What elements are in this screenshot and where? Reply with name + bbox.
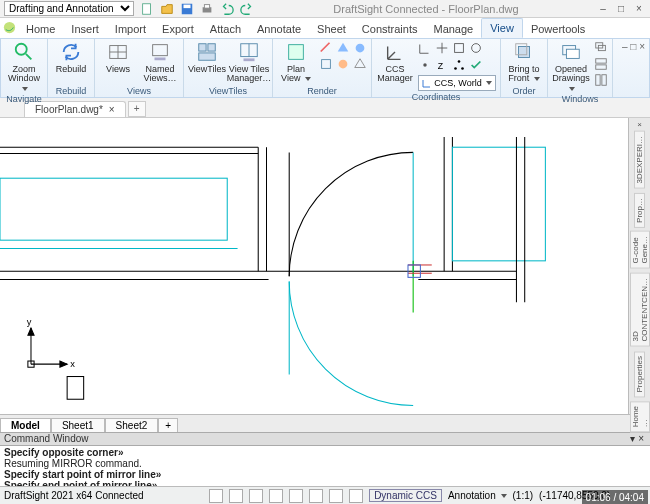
ccs-combo[interactable]: CCS, World	[418, 75, 496, 91]
sheet-1[interactable]: Sheet1	[51, 418, 105, 432]
group-views: Views Named Views… Views	[95, 39, 184, 97]
panel-properties[interactable]: Properties	[634, 351, 645, 397]
tab-close-icon[interactable]: ×	[109, 104, 115, 115]
svg-marker-68	[60, 361, 67, 367]
sheet-add-button[interactable]: +	[158, 418, 178, 432]
svg-rect-41	[602, 75, 606, 86]
etrack-toggle[interactable]	[309, 489, 323, 503]
esnap-toggle[interactable]	[289, 489, 303, 503]
undo-icon[interactable]	[220, 2, 234, 16]
svg-rect-63	[67, 377, 84, 400]
drawing-canvas[interactable]: x y	[0, 118, 628, 414]
dynamic-ccs-toggle[interactable]: Dynamic CCS	[369, 489, 442, 502]
panel-home[interactable]: Home …	[630, 401, 650, 432]
scale-display: (1:1)	[513, 490, 534, 501]
plan-view-button[interactable]: Plan View	[277, 41, 315, 84]
svg-rect-0	[143, 3, 151, 14]
tab-attach[interactable]: Attach	[202, 20, 249, 38]
shade-gouraud-icon[interactable]	[353, 41, 367, 55]
svg-marker-24	[355, 59, 366, 68]
shade-flat-icon[interactable]	[336, 41, 350, 55]
snap-toggle[interactable]	[209, 489, 223, 503]
named-views-button[interactable]: Named Views…	[141, 41, 179, 84]
annotation-scale[interactable]: Annotation	[448, 490, 507, 501]
ribbon-tabstrip: Home Insert Import Export Attach Annotat…	[0, 18, 650, 38]
tab-powertools[interactable]: Powertools	[523, 20, 593, 38]
quick-access-toolbar	[140, 2, 254, 16]
sheet-2[interactable]: Sheet2	[105, 418, 159, 432]
ccs-face-icon[interactable]	[452, 41, 466, 55]
svg-point-26	[472, 44, 481, 53]
panel-3dcontent[interactable]: 3D CONTENTCEN…	[630, 273, 650, 347]
qsnap-toggle[interactable]	[349, 489, 363, 503]
panel-3dexperience[interactable]: 3DEXPERI…	[634, 131, 645, 189]
document-add-button[interactable]: +	[128, 101, 146, 117]
group-coordinates: CCS Manager Z CCS, World	[372, 39, 501, 97]
tab-sheet[interactable]: Sheet	[309, 20, 354, 38]
workspace-select[interactable]: Drafting and Annotation	[4, 1, 134, 16]
status-bar: DraftSight 2021 x64 Connected Dynamic CC…	[0, 486, 650, 504]
tile-h-icon[interactable]	[594, 57, 608, 71]
ccs-view-icon[interactable]	[469, 41, 483, 55]
command-window[interactable]: Specify opposite corner» Resuming MIRROR…	[0, 446, 650, 486]
ccs-3point-icon[interactable]	[452, 58, 466, 72]
panel-close-icon[interactable]: ×	[637, 120, 642, 129]
group-navigate: Zoom Window Navigate	[1, 39, 48, 97]
tile-v-icon[interactable]	[594, 73, 608, 87]
svg-point-31	[458, 60, 461, 63]
lweight-toggle[interactable]	[329, 489, 343, 503]
wireframe-icon[interactable]	[319, 57, 333, 71]
tab-manage[interactable]: Manage	[425, 20, 481, 38]
open-icon[interactable]	[160, 2, 174, 16]
ccs-apply-icon[interactable]	[469, 58, 483, 72]
hide-icon[interactable]	[319, 41, 333, 55]
viewtiles-button[interactable]: ViewTiles	[188, 41, 226, 74]
rebuild-button[interactable]: Rebuild	[52, 41, 90, 74]
svg-point-5	[4, 22, 15, 33]
cascade-icon[interactable]	[594, 41, 608, 55]
print-icon[interactable]	[200, 2, 214, 16]
views-button[interactable]: Views	[99, 41, 137, 74]
svg-rect-2	[184, 4, 191, 8]
ortho-toggle[interactable]	[249, 489, 263, 503]
panel-gcode[interactable]: G-code Gene…	[630, 231, 650, 269]
viewtiles-manager-button[interactable]: View Tiles Manager…	[230, 41, 268, 84]
svg-marker-67	[28, 328, 34, 335]
render-icon[interactable]	[336, 57, 350, 71]
sheet-model[interactable]: Model	[0, 418, 51, 432]
ribbon-panel: – □ × Zoom Window Navigate Rebuild Rebui…	[0, 38, 650, 98]
minimize-button[interactable]: –	[598, 3, 608, 14]
ccs-z-icon[interactable]: Z	[435, 58, 449, 72]
tab-view[interactable]: View	[481, 18, 523, 38]
panel-properties-short[interactable]: Prop…	[634, 193, 645, 228]
app-logo-icon[interactable]	[2, 20, 17, 35]
ccs-origin-icon[interactable]	[418, 58, 432, 72]
opened-drawings-button[interactable]: Opened Drawings	[552, 41, 590, 93]
new-icon[interactable]	[140, 2, 154, 16]
tab-insert[interactable]: Insert	[63, 20, 107, 38]
ccs-prev-icon[interactable]	[435, 41, 449, 55]
redo-icon[interactable]	[240, 2, 254, 16]
ccs-world-icon[interactable]	[418, 41, 432, 55]
svg-point-29	[454, 67, 457, 70]
grid-toggle[interactable]	[229, 489, 243, 503]
command-window-menu-icon[interactable]: ▾ ×	[630, 433, 644, 445]
tab-home[interactable]: Home	[18, 20, 63, 38]
polar-toggle[interactable]	[269, 489, 283, 503]
svg-rect-32	[519, 47, 530, 58]
ribbon-doc-close-icon[interactable]: – □ ×	[622, 41, 645, 52]
work-area: x y × 3DEXPERI… Prop… G-code Gene… 3D CO…	[0, 118, 650, 414]
tab-export[interactable]: Export	[154, 20, 202, 38]
svg-text:Z: Z	[438, 61, 444, 71]
zoom-window-button[interactable]: Zoom Window	[5, 41, 43, 93]
maximize-button[interactable]: □	[616, 3, 626, 14]
close-button[interactable]: ×	[634, 3, 644, 14]
tab-annotate[interactable]: Annotate	[249, 20, 309, 38]
shade-edges-icon[interactable]	[353, 57, 367, 71]
bring-to-front-button[interactable]: Bring to Front	[505, 41, 543, 84]
tab-constraints[interactable]: Constraints	[354, 20, 426, 38]
svg-point-6	[16, 44, 27, 55]
ccs-manager-button[interactable]: CCS Manager	[376, 41, 414, 84]
tab-import[interactable]: Import	[107, 20, 154, 38]
save-icon[interactable]	[180, 2, 194, 16]
